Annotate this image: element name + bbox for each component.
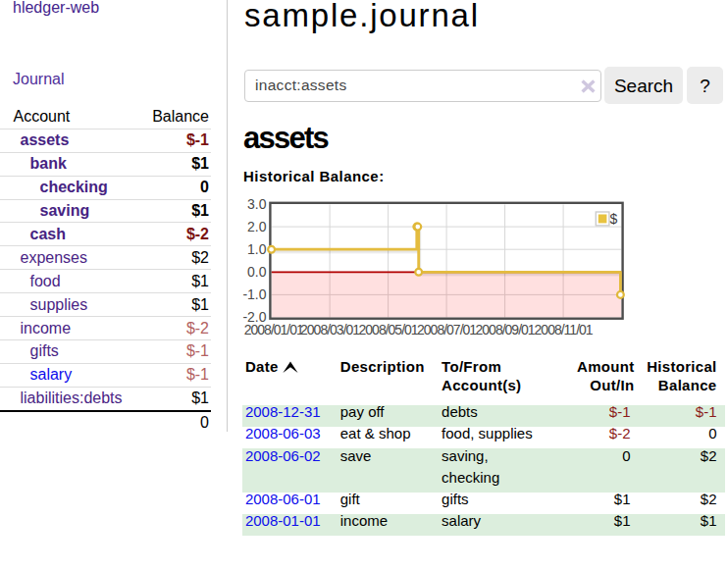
svg-text:3.0: 3.0	[247, 196, 267, 212]
svg-text:2008/09/01: 2008/09/01	[476, 322, 536, 337]
svg-text:1.0: 1.0	[247, 241, 267, 257]
svg-text:2008/05/01: 2008/05/01	[359, 322, 419, 337]
svg-text:2.0: 2.0	[247, 219, 267, 234]
svg-text:$: $	[610, 211, 618, 227]
svg-text:2008/07/01: 2008/07/01	[417, 322, 477, 337]
svg-text:0.0: 0.0	[247, 264, 267, 280]
svg-text:-1.0: -1.0	[242, 286, 266, 302]
svg-text:2008/01/01: 2008/01/01	[244, 322, 304, 337]
svg-text:2008/11/01: 2008/11/01	[535, 322, 594, 337]
svg-text:2008/03/01: 2008/03/01	[300, 322, 360, 337]
